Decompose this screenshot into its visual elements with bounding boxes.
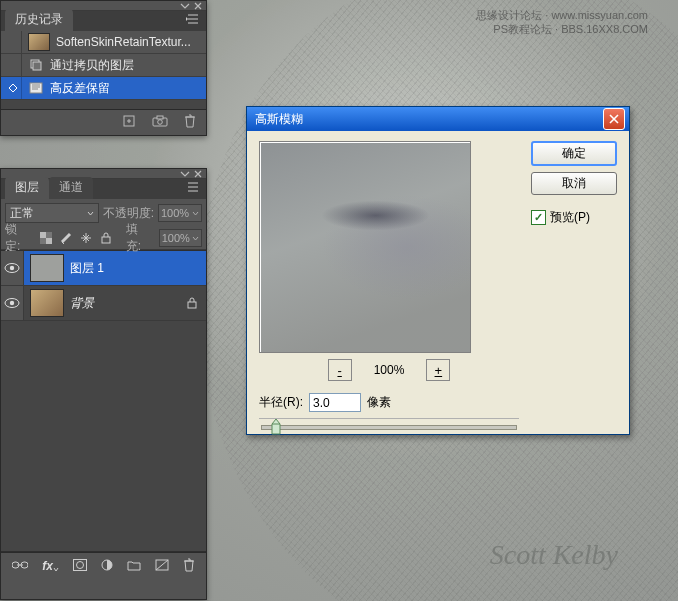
preview-checkbox[interactable]: ✓ xyxy=(531,210,546,225)
trash-icon[interactable] xyxy=(183,558,195,575)
snapshot-thumbnail-icon xyxy=(28,33,50,51)
svg-point-12 xyxy=(10,266,14,270)
lock-pixels-icon[interactable] xyxy=(58,230,74,246)
layer-thumbnail[interactable] xyxy=(30,289,64,317)
radius-unit: 像素 xyxy=(367,394,391,411)
history-footer xyxy=(1,109,206,134)
layer-copy-icon xyxy=(28,57,44,73)
radius-input[interactable] xyxy=(309,393,361,412)
layer-style-icon[interactable]: fx xyxy=(42,559,59,573)
svg-point-5 xyxy=(158,119,163,124)
ok-button[interactable]: 确定 xyxy=(531,141,617,166)
opacity-field[interactable]: 100% xyxy=(158,204,202,222)
minus-icon: - xyxy=(337,363,341,378)
svg-rect-6 xyxy=(157,116,163,119)
lock-all-icon[interactable] xyxy=(98,230,114,246)
watermark-line1: 思缘设计论坛 · www.missyuan.com xyxy=(476,8,648,22)
tab-channels[interactable]: 通道 xyxy=(49,177,93,199)
preview-image[interactable] xyxy=(259,141,471,353)
layer-row[interactable]: 图层 1 xyxy=(1,251,206,286)
chevron-down-icon xyxy=(87,210,94,217)
dialog-titlebar[interactable]: 高斯模糊 xyxy=(247,107,629,131)
visibility-toggle[interactable] xyxy=(1,251,24,285)
eye-icon xyxy=(4,262,20,274)
filter-step-icon xyxy=(28,80,44,96)
opacity-label: 不透明度: xyxy=(103,205,154,222)
watermark: 思缘设计论坛 · www.missyuan.com PS教程论坛 · BBS.1… xyxy=(476,8,648,37)
history-step-label: 高反差保留 xyxy=(50,80,202,97)
trash-icon[interactable] xyxy=(184,114,196,131)
svg-rect-9 xyxy=(46,238,52,244)
visibility-toggle[interactable] xyxy=(1,286,24,320)
fill-field[interactable]: 100% xyxy=(159,229,202,247)
chevron-down-icon xyxy=(192,235,199,242)
plus-icon: + xyxy=(435,363,443,378)
svg-rect-8 xyxy=(40,232,46,238)
layer-thumbnail[interactable] xyxy=(30,254,64,282)
svg-rect-15 xyxy=(188,302,196,308)
history-step-selected[interactable]: 高反差保留 xyxy=(1,77,206,100)
zoom-value: 100% xyxy=(374,363,405,377)
fill-label: 填充: xyxy=(126,221,153,255)
close-panel-icon[interactable] xyxy=(193,2,203,10)
history-tabbar: 历史记录 xyxy=(1,11,206,31)
chevron-down-icon xyxy=(192,210,199,217)
history-snapshot[interactable]: SoftenSkinRetainTextur... xyxy=(1,31,206,54)
dialog-title: 高斯模糊 xyxy=(255,111,303,128)
new-snapshot-icon[interactable] xyxy=(152,115,168,130)
cancel-button[interactable]: 取消 xyxy=(531,172,617,195)
new-layer-icon[interactable] xyxy=(155,559,169,574)
panel-menu-icon[interactable] xyxy=(186,181,202,195)
svg-rect-1 xyxy=(33,62,41,70)
eye-icon xyxy=(4,297,20,309)
layer-name[interactable]: 背景 xyxy=(70,295,186,312)
collapse-icon[interactable] xyxy=(180,170,190,178)
preview-checkbox-label: 预览(P) xyxy=(550,209,590,226)
panel-menu-icon[interactable] xyxy=(186,13,202,27)
history-step-label: 通过拷贝的图层 xyxy=(50,57,202,74)
blend-mode-value: 正常 xyxy=(10,205,34,222)
layer-name[interactable]: 图层 1 xyxy=(70,260,206,277)
history-empty-area xyxy=(1,100,206,109)
collapse-icon[interactable] xyxy=(180,2,190,10)
blend-mode-select[interactable]: 正常 xyxy=(5,203,99,223)
svg-point-19 xyxy=(76,561,83,568)
svg-point-14 xyxy=(10,301,14,305)
layer-list: 图层 1 背景 xyxy=(1,250,206,552)
add-mask-icon[interactable] xyxy=(73,559,87,574)
slider-thumb-icon[interactable] xyxy=(271,419,281,435)
lock-label: 锁定: xyxy=(5,221,32,255)
adjustment-layer-icon[interactable] xyxy=(101,559,113,574)
gaussian-blur-dialog: 高斯模糊 - 100% + 半径(R): 像素 xyxy=(246,106,630,435)
layers-tabbar: 图层 通道 xyxy=(1,179,206,199)
close-panel-icon[interactable] xyxy=(193,170,203,178)
lock-transparency-icon[interactable] xyxy=(38,230,54,246)
signature: Scott Kelby xyxy=(490,539,618,571)
tab-history[interactable]: 历史记录 xyxy=(5,9,73,31)
group-icon[interactable] xyxy=(127,559,141,574)
history-step[interactable]: 通过拷贝的图层 xyxy=(1,54,206,77)
history-brush-marker[interactable] xyxy=(5,77,22,99)
opacity-value: 100% xyxy=(161,207,189,219)
radius-label: 半径(R): xyxy=(259,394,303,411)
radius-slider[interactable] xyxy=(259,418,519,435)
fill-value: 100% xyxy=(162,232,190,244)
lock-icon xyxy=(186,297,198,309)
lock-position-icon[interactable] xyxy=(78,230,94,246)
zoom-out-button[interactable]: - xyxy=(328,359,352,381)
zoom-in-button[interactable]: + xyxy=(426,359,450,381)
snapshot-label: SoftenSkinRetainTextur... xyxy=(56,35,202,49)
watermark-line2: PS教程论坛 · BBS.16XX8.COM xyxy=(476,22,648,36)
layers-footer: fx xyxy=(1,552,206,579)
svg-rect-10 xyxy=(102,237,110,243)
close-icon xyxy=(609,114,619,124)
layer-row[interactable]: 背景 xyxy=(1,286,206,321)
close-button[interactable] xyxy=(603,108,625,130)
layers-panel: 图层 通道 正常 不透明度: 100% 锁定: 填充: 100% xyxy=(0,168,207,600)
tab-layers[interactable]: 图层 xyxy=(5,177,49,199)
link-layers-icon[interactable] xyxy=(12,559,28,573)
history-panel: 历史记录 SoftenSkinRetainTextur... 通过拷贝的图层 高… xyxy=(0,0,207,136)
create-document-icon[interactable] xyxy=(122,114,136,131)
